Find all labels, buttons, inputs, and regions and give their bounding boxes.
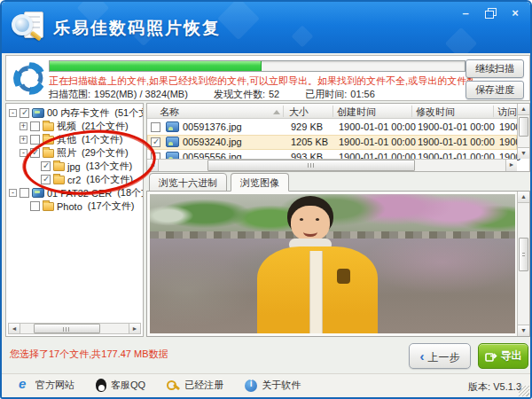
back-button[interactable]: ‹上一步 (409, 343, 471, 369)
export-icon (485, 351, 497, 362)
file-table-horizontal-scrollbar[interactable]: ◄ ► (147, 159, 517, 171)
scan-stats: 扫描范围:1952(MB) / 3824(MB) 发现文件数:52 已用时间:0… (49, 88, 375, 101)
tree-item[interactable]: jpg (13个文件) (6, 160, 143, 173)
titlebar-deco (445, 27, 478, 53)
magnifier-lens-icon (12, 14, 33, 35)
tree-checkbox[interactable] (30, 148, 40, 158)
scroll-up-icon[interactable]: ▲ (518, 192, 529, 203)
scrollbar-thumb[interactable] (34, 324, 101, 333)
elapsed-time-label: 已用时间: (305, 89, 347, 99)
tree-checkbox[interactable] (30, 201, 40, 211)
tree-checkbox[interactable] (20, 108, 29, 118)
preview-tabs: 浏览十六进制 浏览图像 (149, 173, 289, 192)
footer-link-icon (167, 379, 180, 392)
tree-node-icon (53, 176, 65, 184)
tree-horizontal-scrollbar[interactable]: ◄ ► (8, 323, 141, 334)
tree-item[interactable]: - 01 FAT32 CER (18个文件) (6, 186, 143, 200)
footer-link[interactable]: 已经注册 (167, 379, 223, 392)
titlebar[interactable]: 乐易佳数码照片恢复 – × (2, 2, 530, 53)
footer-link-label: 官方网站 (35, 379, 74, 392)
tree-checkbox[interactable] (20, 188, 29, 198)
tree-item[interactable]: + 视频 (21个文件) (6, 120, 143, 133)
cell-size: 1205 KB (291, 137, 328, 147)
scroll-left-icon[interactable]: ◄ (9, 324, 20, 333)
tree-checkbox[interactable] (30, 135, 40, 145)
footer-link-label: 已经注册 (184, 379, 223, 392)
expander-icon[interactable] (20, 202, 27, 210)
tree-checkbox[interactable] (41, 175, 51, 184)
expander-icon[interactable] (30, 162, 38, 170)
resize-grip[interactable] (519, 386, 529, 396)
expander-icon[interactable]: - (9, 189, 17, 197)
file-list-panel: 名称 大小 创建时间 修改时间 访问 00591376.jpg 929 KB 1… (146, 103, 530, 172)
column-header-modified[interactable]: 修改时间 (416, 106, 455, 119)
footer-link[interactable]: 官方网站 (18, 379, 74, 392)
tab-browse-hex[interactable]: 浏览十六进制 (149, 173, 227, 192)
sort-asc-icon (273, 110, 280, 114)
tree-node-icon (43, 122, 54, 131)
close-button[interactable]: × (507, 7, 523, 20)
footer-link-label: 关于软件 (262, 379, 301, 392)
tree-checkbox[interactable] (41, 161, 51, 171)
file-table-vertical-scrollbar[interactable]: ▲ ▼ (517, 104, 529, 159)
tree-item-label: 其他 (57, 133, 76, 146)
scrollbar-thumb[interactable] (207, 160, 416, 171)
scroll-down-icon[interactable]: ▼ (518, 147, 529, 159)
footer-link-icon (96, 379, 106, 392)
scan-progress-fill (50, 61, 262, 71)
column-header-size[interactable]: 大小 (289, 106, 309, 119)
row-checkbox[interactable] (151, 137, 160, 147)
tree-node-icon (32, 188, 44, 198)
footer: 官方网站 客服QQ 已经注册 关于软件 版本: V5.1.3 (2, 373, 530, 397)
preview-photo (150, 194, 515, 333)
save-progress-button[interactable]: 保存进度 (466, 81, 524, 99)
cell-size: 929 KB (291, 121, 323, 132)
expander-icon[interactable]: - (9, 109, 17, 117)
file-table-header[interactable]: 名称 大小 创建时间 修改时间 访问 (147, 104, 517, 119)
export-button[interactable]: 导出 (478, 343, 528, 369)
minimize-button[interactable]: – (458, 7, 473, 20)
table-row[interactable]: 00593240.jpg 1205 KB 1900-01-01 00:00 19… (147, 135, 517, 150)
tree-checkbox[interactable] (30, 121, 40, 131)
scrollbar-track[interactable] (159, 160, 505, 171)
scroll-right-icon[interactable]: ► (129, 324, 140, 333)
sweater-emblem (337, 269, 350, 284)
scrollbar-thumb[interactable] (519, 238, 528, 271)
app-logo-icon (12, 10, 47, 45)
scroll-up-icon[interactable]: ▲ (518, 104, 529, 115)
scroll-left-icon[interactable]: ◄ (147, 160, 159, 171)
tree-item[interactable]: + 其他 (1个文件) (6, 133, 143, 146)
expander-icon[interactable]: + (20, 136, 27, 144)
expander-icon[interactable]: + (20, 122, 27, 130)
column-header-name[interactable]: 名称 (160, 106, 179, 119)
tree-item[interactable]: - 00 内存卡文件 (51个文件) (6, 106, 143, 120)
preview-vertical-scrollbar[interactable]: ▲ ▼ (517, 192, 529, 336)
chevron-left-icon: ‹ (420, 348, 425, 364)
scrollbar-track[interactable] (20, 324, 129, 333)
table-row[interactable]: 00591376.jpg 929 KB 1900-01-01 00:00 190… (147, 120, 517, 135)
continue-scan-button[interactable]: 继续扫描 (466, 59, 524, 78)
footer-link[interactable]: 客服QQ (96, 379, 145, 392)
row-checkbox[interactable] (151, 122, 160, 132)
scroll-right-icon[interactable]: ► (505, 160, 517, 171)
scroll-down-icon[interactable]: ▼ (518, 325, 529, 336)
tree-item-count: (16个文件) (86, 173, 133, 186)
found-files-value: 52 (269, 89, 279, 99)
tree-item-count: (17个文件) (88, 200, 135, 213)
column-header-created[interactable]: 创建时间 (337, 106, 376, 119)
expander-icon[interactable]: - (20, 149, 27, 157)
tree-node-icon (32, 108, 44, 118)
image-file-icon (166, 137, 179, 147)
tab-browse-image[interactable]: 浏览图像 (231, 173, 289, 192)
restore-button[interactable] (482, 7, 498, 20)
column-header-accessed[interactable]: 访问 (497, 106, 517, 119)
scrollbar-thumb[interactable] (519, 117, 528, 137)
tree-node-icon (43, 136, 54, 145)
tree-item[interactable]: cr2 (16个文件) (6, 173, 143, 186)
folder-tree: - 00 内存卡文件 (51个文件) + 视频 (21个文件) + (6, 106, 143, 213)
tree-item[interactable]: - 照片 (29个文件) (6, 146, 143, 160)
expander-icon[interactable] (30, 176, 38, 184)
tree-item-label: Photo (57, 201, 82, 212)
tree-item[interactable]: Photo (17个文件) (6, 200, 143, 213)
footer-link[interactable]: 关于软件 (245, 379, 301, 392)
